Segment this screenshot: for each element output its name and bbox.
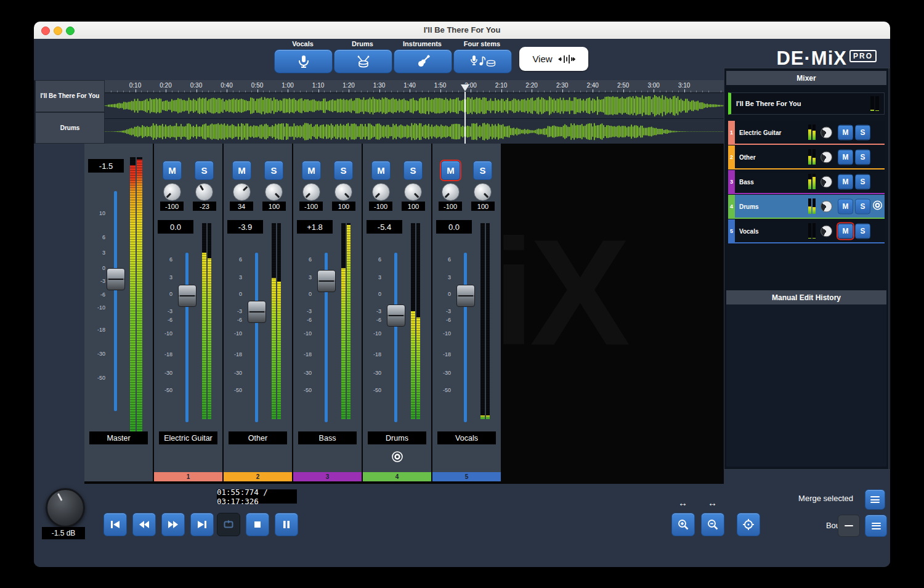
channel-name: Drums — [368, 431, 426, 444]
mixer-song-row[interactable]: I'll Be There For You — [728, 92, 885, 115]
four-stems-button[interactable] — [453, 49, 512, 73]
loop-button[interactable] — [217, 513, 240, 536]
width-knob[interactable] — [474, 183, 492, 201]
fader-handle[interactable] — [456, 285, 475, 307]
pan-knob-icon[interactable] — [821, 176, 832, 187]
instruments-stem-button[interactable] — [394, 49, 452, 73]
channel-number: 2 — [224, 472, 292, 481]
fader-handle[interactable] — [107, 268, 125, 290]
track-name: Bass — [739, 178, 754, 185]
mixer-row-bass[interactable]: 3 Bass M S — [728, 170, 885, 194]
drums-stem-button[interactable] — [334, 49, 392, 73]
mute-button[interactable]: M — [838, 174, 853, 189]
mute-button[interactable]: M — [302, 161, 321, 180]
zoom-in-icon — [677, 518, 689, 531]
solo-button[interactable]: S — [195, 161, 214, 180]
target-icon[interactable] — [391, 451, 403, 465]
mixer-row-drums[interactable]: 4 Drums M S — [728, 195, 885, 219]
pan-knob[interactable] — [233, 183, 251, 201]
pan-knob-icon[interactable] — [821, 200, 832, 212]
width-knob[interactable] — [265, 183, 283, 201]
pan-knob[interactable] — [302, 183, 320, 201]
solo-button[interactable]: S — [334, 161, 353, 180]
mute-button[interactable]: M — [838, 223, 853, 239]
mute-button[interactable]: M — [838, 125, 853, 140]
channel-strips: -1.5 10630-3-6-10-18-30-50 Master M S -1… — [84, 144, 501, 481]
waveform-row-mix[interactable] — [105, 93, 724, 119]
solo-button[interactable]: S — [473, 161, 492, 180]
bounce-remove-button[interactable] — [838, 515, 860, 537]
pan-knob[interactable] — [163, 183, 181, 201]
pan-knob[interactable] — [372, 183, 390, 201]
mute-button[interactable]: M — [838, 149, 853, 165]
master-fader[interactable] — [106, 191, 124, 411]
width-knob[interactable] — [195, 183, 213, 201]
solo-button[interactable]: S — [264, 161, 283, 180]
mute-button[interactable]: M — [232, 161, 251, 180]
pan-knob-icon[interactable] — [821, 151, 832, 163]
mini-meter — [808, 223, 816, 239]
solo-button[interactable]: S — [403, 161, 423, 180]
skip-to-end-button[interactable] — [190, 513, 214, 536]
mute-button[interactable]: M — [371, 161, 391, 180]
solo-button[interactable]: S — [855, 149, 870, 165]
mute-button[interactable]: M — [163, 161, 182, 180]
fader-handle[interactable] — [387, 304, 405, 327]
waveform-mix[interactable] — [105, 93, 724, 118]
width-knob[interactable] — [404, 183, 422, 201]
volume-fader[interactable] — [386, 253, 405, 422]
zoom-in-button[interactable] — [671, 513, 695, 536]
mute-button[interactable]: M — [441, 161, 460, 180]
fader-handle[interactable] — [317, 270, 336, 292]
track-label-mix[interactable]: I'll Be There For You — [35, 80, 105, 112]
mixer-panel: Mixer I'll Be There For You 1 Electric G… — [724, 68, 889, 470]
solo-button[interactable]: S — [855, 125, 870, 140]
mini-meter — [808, 174, 816, 189]
stem-label: Instruments — [394, 40, 451, 49]
locate-playhead-button[interactable] — [737, 513, 760, 536]
volume-fader[interactable] — [456, 253, 474, 422]
solo-button[interactable]: S — [855, 223, 870, 239]
zoom-out-button[interactable] — [701, 513, 724, 536]
solo-button[interactable]: S — [855, 174, 870, 189]
master-volume-knob[interactable] — [46, 488, 85, 528]
pause-button[interactable] — [275, 513, 298, 536]
mixer-row-other[interactable]: 2 Other M S — [728, 145, 885, 169]
fast-forward-button[interactable] — [161, 513, 185, 536]
mixer-row-vocals[interactable]: 5 Vocals M S — [728, 219, 885, 243]
target-icon[interactable] — [872, 200, 883, 213]
playhead-handle[interactable] — [461, 84, 469, 91]
playhead[interactable] — [464, 92, 466, 144]
demix-logo: DE·MiXPRO — [776, 47, 877, 70]
skip-to-start-button[interactable] — [103, 513, 127, 536]
waveform-row-drums[interactable] — [105, 119, 724, 145]
stem-group-instruments: Instruments — [394, 40, 451, 73]
stop-button[interactable] — [246, 513, 269, 536]
waveform-drums[interactable] — [105, 119, 724, 144]
mute-button[interactable]: M — [838, 198, 853, 214]
pan-knob[interactable] — [442, 183, 460, 201]
bounce-menu-button[interactable] — [865, 515, 887, 537]
pan-knob-icon[interactable] — [821, 225, 832, 237]
width-knob[interactable] — [334, 183, 352, 201]
track-label-drums[interactable]: Drums — [35, 112, 105, 144]
volume-fader[interactable] — [317, 253, 335, 422]
pan-knob-icon[interactable] — [821, 126, 832, 138]
fader-handle[interactable] — [248, 301, 266, 323]
vocals-stem-button[interactable] — [274, 49, 333, 73]
time-display: 01:55:774 / 03:17:326 — [217, 489, 297, 504]
volume-fader[interactable] — [247, 253, 265, 422]
gain-readout: 0.0 — [436, 220, 472, 234]
microphone-icon — [296, 54, 311, 69]
merge-menu-button[interactable] — [865, 489, 885, 510]
fader-handle[interactable] — [178, 285, 197, 307]
mixer-row-electric-guitar[interactable]: 1 Electric Guitar M S — [728, 121, 885, 145]
view-button[interactable]: View — [519, 47, 588, 71]
rewind-button[interactable] — [132, 513, 156, 536]
width-value: -23 — [193, 202, 216, 211]
window-title: I'll Be There For You — [34, 25, 890, 35]
solo-button[interactable]: S — [855, 198, 870, 214]
volume-fader[interactable] — [177, 253, 196, 422]
time-ruler[interactable]: 0:100:200:300:400:501:001:101:201:301:40… — [105, 80, 724, 93]
fader-scale: 630-3-6-10-18-30-50 — [227, 253, 243, 422]
